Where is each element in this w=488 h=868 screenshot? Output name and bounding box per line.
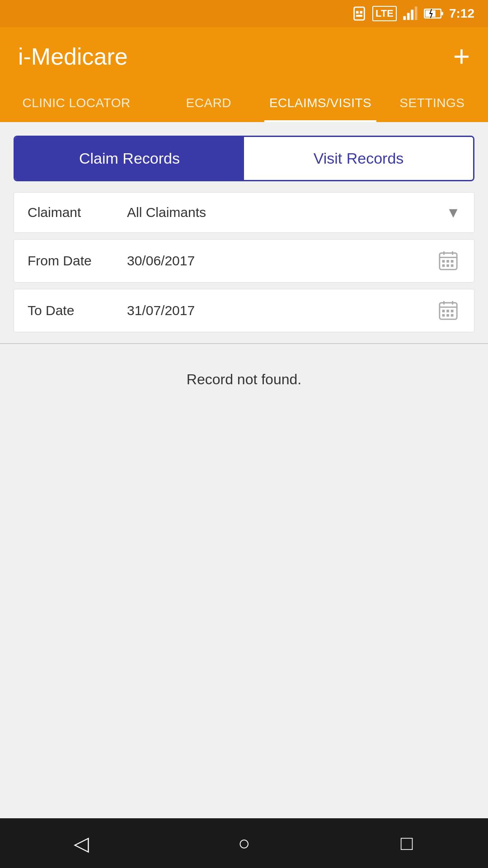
svg-rect-27	[451, 310, 454, 312]
back-nav-button[interactable]: ◁	[63, 825, 99, 861]
tab-clinic-locator[interactable]: CLINIC LOCATOR	[0, 86, 153, 122]
svg-rect-26	[446, 310, 449, 312]
svg-rect-1	[356, 11, 359, 14]
svg-rect-3	[356, 15, 362, 17]
home-nav-button[interactable]: ○	[226, 825, 262, 861]
battery-icon	[424, 6, 444, 21]
to-date-calendar-icon[interactable]	[436, 298, 460, 323]
recent-icon: □	[401, 832, 413, 854]
claim-records-button[interactable]: Claim Records	[15, 137, 244, 180]
status-icons: LTE 7:12	[352, 6, 474, 21]
svg-rect-20	[451, 264, 454, 267]
from-date-label: From Date	[28, 253, 127, 269]
bottom-navigation: ◁ ○ □	[0, 818, 488, 868]
sim-icon	[352, 6, 367, 21]
lte-indicator: LTE	[372, 6, 397, 21]
to-date-label: To Date	[28, 303, 127, 318]
from-date-value: 30/06/2017	[127, 253, 436, 269]
to-date-value: 31/07/2017	[127, 303, 436, 318]
calendar-svg	[438, 250, 459, 271]
tab-navigation: CLINIC LOCATOR ECARD ECLAIMS/VISITS SETT…	[0, 86, 488, 122]
main-content: Claim Records Visit Records Claimant All…	[0, 122, 488, 818]
svg-rect-25	[442, 310, 445, 312]
svg-rect-2	[360, 11, 362, 14]
svg-rect-19	[446, 264, 449, 267]
svg-rect-28	[442, 314, 445, 317]
svg-rect-15	[442, 260, 445, 263]
app-title: i-Medicare	[18, 43, 128, 70]
tab-eclaims-visits[interactable]: ECLAIMS/VISITS	[264, 86, 376, 122]
calendar-svg-2	[438, 300, 459, 321]
signal-icon	[402, 6, 418, 21]
from-date-field[interactable]: From Date 30/06/2017	[14, 239, 474, 283]
tab-settings[interactable]: SETTINGS	[376, 86, 488, 122]
app-header: i-Medicare +	[0, 27, 488, 86]
svg-rect-7	[415, 6, 418, 20]
back-icon: ◁	[74, 832, 89, 855]
home-icon: ○	[238, 832, 250, 854]
svg-rect-18	[442, 264, 445, 267]
recent-nav-button[interactable]: □	[389, 825, 425, 861]
claimant-label: Claimant	[28, 205, 127, 220]
toggle-container: Claim Records Visit Records	[14, 136, 474, 181]
dropdown-arrow-icon: ▼	[446, 204, 460, 221]
claimant-value: All Claimants	[127, 205, 446, 220]
status-bar: LTE 7:12	[0, 0, 488, 27]
svg-rect-6	[411, 10, 413, 20]
time-display: 7:12	[449, 6, 474, 21]
add-button[interactable]: +	[453, 42, 470, 71]
visit-records-button[interactable]: Visit Records	[244, 137, 473, 180]
svg-rect-0	[354, 7, 365, 20]
svg-rect-4	[403, 16, 406, 20]
svg-rect-10	[441, 12, 443, 15]
claimant-field[interactable]: Claimant All Claimants ▼	[14, 192, 474, 233]
no-record-message: Record not found.	[0, 344, 488, 415]
svg-rect-17	[451, 260, 454, 263]
svg-rect-5	[407, 13, 410, 20]
from-date-calendar-icon[interactable]	[436, 249, 460, 273]
to-date-field[interactable]: To Date 31/07/2017	[14, 289, 474, 332]
svg-rect-16	[446, 260, 449, 263]
tab-ecard[interactable]: ECARD	[153, 86, 264, 122]
svg-rect-29	[446, 314, 449, 317]
svg-rect-30	[451, 314, 454, 317]
